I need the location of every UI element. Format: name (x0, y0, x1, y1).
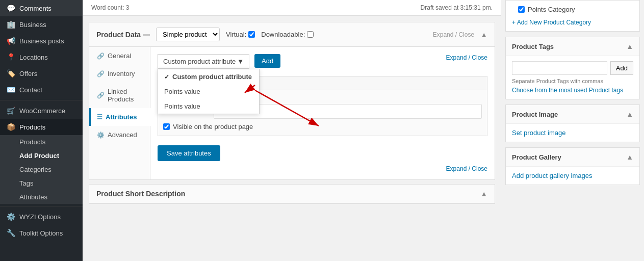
add-new-category-link[interactable]: + Add New Product Category (512, 19, 591, 26)
sidebar-sub-tags[interactable]: Tags (0, 176, 83, 190)
save-attributes-button[interactable]: Save attributes (158, 145, 220, 161)
sidebar-item-offers[interactable]: 🏷️ Offers (0, 65, 83, 82)
add-gallery-images-link[interactable]: Add product gallery images (512, 172, 593, 179)
sidebar-item-label: Offers (19, 70, 37, 77)
general-tab-icon: 🔗 (97, 53, 105, 60)
offers-icon: 🏷️ (6, 69, 15, 77)
bottom-expand-close[interactable]: Expand / Close (446, 165, 487, 172)
product-tags-collapse[interactable]: ▲ (626, 42, 633, 50)
sidebar-sub-menu: Products Add Product Categories Tags Att… (0, 135, 83, 204)
contact-icon: ✉️ (6, 86, 15, 94)
attr-expand-close[interactable]: Expand / Close (446, 54, 487, 61)
advanced-tab-icon: ⚙️ (97, 132, 105, 139)
downloadable-label: Downloadable: (261, 31, 305, 38)
tab-inventory[interactable]: 🔗 Inventory (89, 65, 150, 83)
attributes-tab-content: Custom product attribute ▼ ✓ Custom prod… (150, 47, 495, 179)
points-category-checkbox[interactable] (518, 6, 525, 13)
sidebar-sub-label: Attributes (19, 193, 47, 201)
product-type-select[interactable]: Simple product (156, 28, 220, 41)
attr-dropdown-menu: ✓ Custom product attribute Points value … (158, 69, 260, 114)
sidebar-sub-label: Categories (19, 166, 51, 173)
sidebar-item-business-posts[interactable]: 📢 Business posts (0, 33, 83, 49)
product-tabs: 🔗 General 🔗 Inventory 🔗 Linked Products (89, 47, 150, 179)
sidebar-sub-label: Tags (19, 179, 33, 187)
draft-saved: Draft saved at 3:15:31 pm. (421, 4, 493, 11)
dropdown-item-label: Points value (164, 88, 200, 95)
virtual-checkbox[interactable] (248, 31, 255, 38)
business-icon: 🏢 (6, 20, 15, 29)
tag-add-button[interactable]: Add (610, 61, 633, 75)
tab-advanced[interactable]: ⚙️ Advanced (89, 126, 150, 144)
sidebar-item-contact[interactable]: ✉️ Contact (0, 82, 83, 98)
choose-tags-link[interactable]: Choose from the most used Product tags (512, 87, 623, 94)
sidebar-item-woocommerce[interactable]: 🛒 WooCommerce (0, 102, 83, 119)
product-image-header: Product Image ▲ (506, 105, 639, 124)
attr-add-button[interactable]: Add (254, 54, 280, 68)
product-gallery-title: Product Gallery (512, 153, 561, 161)
tab-inventory-label: Inventory (108, 70, 135, 77)
short-description-section: Product Short Description ▲ (89, 184, 495, 204)
downloadable-checkbox[interactable] (307, 31, 314, 38)
sidebar-item-label: Business (19, 21, 46, 29)
sidebar-sub-categories[interactable]: Categories (0, 163, 83, 176)
product-image-collapse[interactable]: ▲ (626, 110, 633, 118)
sidebar-item-business[interactable]: 🏢 Business (0, 16, 83, 33)
chevron-down-icon: ▼ (237, 58, 244, 65)
sidebar-item-comments[interactable]: 💬 Comments (0, 0, 83, 16)
sidebar-sub-label: Add Product (19, 152, 59, 160)
product-tags-box: Product Tags ▲ Add Separate Product Tags… (505, 37, 640, 99)
dropdown-item-custom[interactable]: ✓ Custom product attribute (158, 69, 259, 84)
collapse-icon[interactable]: ▲ (480, 31, 487, 39)
attr-select-box[interactable]: Custom product attribute ▼ (158, 54, 249, 69)
product-image-body: Set product image (506, 124, 639, 142)
sidebar-item-label: Locations (19, 54, 48, 61)
sidebar-item-locations[interactable]: 📍 Locations (0, 49, 83, 65)
tab-linked-products[interactable]: 🔗 Linked Products (89, 83, 150, 108)
sidebar-divider-2 (0, 206, 83, 206)
locations-icon: 📍 (6, 53, 15, 61)
product-gallery-header: Product Gallery ▲ (506, 148, 639, 167)
tag-hint: Separate Product Tags with commas (512, 78, 633, 84)
toolkit-icon: 🔧 (6, 229, 15, 237)
dropdown-item-points-1[interactable]: Points value (158, 84, 259, 99)
sidebar-item-label: WYZI Options (19, 213, 61, 221)
short-description-title: Product Short Description (96, 190, 185, 198)
virtual-label: Virtual: (226, 31, 246, 38)
set-product-image-link[interactable]: Set product image (512, 129, 566, 137)
product-data-section: Product Data — Simple product Virtual: D… (89, 22, 495, 180)
word-count: Word count: 3 (91, 4, 129, 11)
tab-advanced-label: Advanced (108, 131, 137, 139)
bottom-expand-row: Expand / Close (158, 165, 487, 172)
header-expand-close[interactable]: Expand / Close (433, 31, 474, 38)
linked-tab-icon: 🔗 (97, 92, 105, 99)
tab-general[interactable]: 🔗 General (89, 47, 150, 65)
attributes-tab-icon: ☰ (97, 114, 102, 121)
product-gallery-collapse[interactable]: ▲ (626, 153, 633, 161)
content-area: Word count: 3 Draft saved at 3:15:31 pm.… (83, 0, 501, 261)
products-icon: 📦 (6, 123, 15, 131)
sidebar-sub-attributes[interactable]: Attributes (0, 190, 83, 204)
attr-top-row: Custom product attribute ▼ ✓ Custom prod… (158, 54, 487, 69)
product-data-header: Product Data — Simple product Virtual: D… (89, 22, 495, 47)
sidebar-sub-products[interactable]: Products (0, 135, 83, 149)
sidebar-right: Points Category + Add New Product Catego… (501, 0, 644, 261)
short-desc-collapse-icon[interactable]: ▲ (480, 190, 487, 198)
sidebar-item-label: Contact (19, 86, 42, 94)
sidebar-item-label: Comments (19, 5, 51, 12)
virtual-check-wrap: Virtual: (226, 31, 255, 38)
tab-attributes[interactable]: ☰ Attributes (89, 108, 150, 126)
dropdown-item-points-2[interactable]: Points value (158, 99, 259, 114)
product-categories-body: Points Category + Add New Product Catego… (506, 1, 639, 31)
tag-input[interactable] (512, 61, 607, 75)
main-content: Word count: 3 Draft saved at 3:15:31 pm.… (83, 0, 644, 261)
sidebar-item-wyzi-options[interactable]: ⚙️ WYZI Options (0, 208, 83, 225)
sidebar-item-toolkit-options[interactable]: 🔧 Toolkit Options (0, 225, 83, 241)
content-wrap: Word count: 3 Draft saved at 3:15:31 pm.… (83, 0, 644, 261)
sidebar-item-products[interactable]: 📦 Products (0, 119, 83, 135)
sidebar-sub-add-product[interactable]: Add Product (0, 149, 83, 163)
tag-input-row: Add (512, 61, 633, 75)
attr-visible-checkbox[interactable] (163, 123, 170, 130)
points-category-label: Points Category (528, 6, 575, 13)
attr-dropdown-wrap: Custom product attribute ▼ ✓ Custom prod… (158, 54, 249, 69)
attr-visible-row: Visible on the product page (163, 123, 482, 130)
